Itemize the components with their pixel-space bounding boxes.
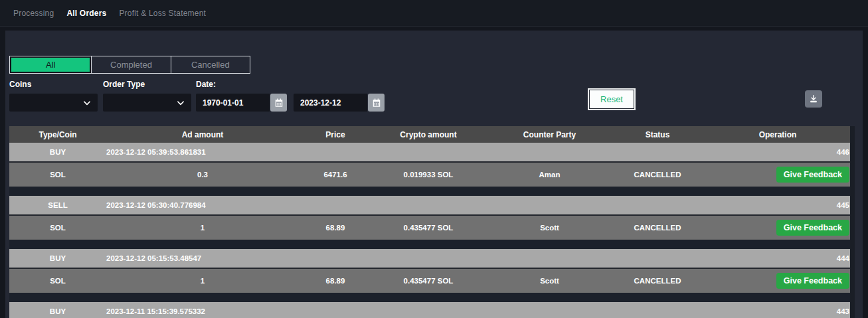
- order-group-header[interactable]: SELL 2023-12-12 05:30:40.776984 445: [9, 196, 850, 214]
- crypto-amount-cell: 0.435477 SOL: [372, 277, 485, 285]
- order-type-select[interactable]: [103, 94, 191, 112]
- download-button[interactable]: [805, 90, 822, 108]
- ad-amount-cell: 0.3: [106, 171, 299, 179]
- counter-party-cell: Scott: [485, 224, 614, 232]
- filters-bar: Coins Order Type Date:: [9, 80, 863, 118]
- order-group: BUY 2023-12-12 05:39:53.861831 446 SOL 0…: [9, 143, 850, 187]
- reset-button[interactable]: Reset: [589, 90, 634, 109]
- order-group: SELL 2023-12-12 05:30:40.776984 445 SOL …: [9, 196, 850, 240]
- download-icon: [809, 94, 818, 104]
- date-to-calendar-button[interactable]: [368, 94, 385, 112]
- status-cell: CANCELLED: [614, 171, 701, 179]
- nav-item-processing[interactable]: Processing: [13, 9, 54, 18]
- chevron-down-icon: [176, 98, 185, 108]
- order-timestamp: 2023-12-12 05:15:53.48547: [106, 254, 485, 262]
- order-type: BUY: [9, 148, 106, 156]
- operation-cell: Give Feedback: [701, 167, 855, 183]
- ad-amount-cell: 1: [106, 224, 299, 232]
- give-feedback-button[interactable]: Give Feedback: [776, 167, 849, 183]
- coin-cell: SOL: [9, 171, 106, 179]
- date-from-input[interactable]: [196, 94, 270, 112]
- order-timestamp: 2023-12-11 15:15:39.575332: [106, 307, 485, 315]
- price-cell: 68.89: [299, 224, 372, 232]
- status-cell: CANCELLED: [614, 224, 701, 232]
- give-feedback-button[interactable]: Give Feedback: [776, 220, 849, 236]
- orders-table: Type/Coin Ad amount Price Crypto amount …: [9, 126, 855, 318]
- coins-label: Coins: [9, 80, 98, 89]
- order-row: SOL 1 68.89 0.435477 SOL Scott CANCELLED…: [9, 214, 850, 240]
- crypto-amount-cell: 0.019933 SOL: [372, 171, 485, 179]
- status-filter-tabs: All Completed Cancelled: [9, 56, 250, 74]
- nav-item-all-orders[interactable]: All Orders: [66, 9, 106, 18]
- operation-cell: Give Feedback: [701, 273, 855, 289]
- date-from-calendar-button[interactable]: [270, 94, 287, 112]
- counter-party-cell: Aman: [485, 171, 614, 179]
- chevron-down-icon: [82, 98, 92, 108]
- date-to-input[interactable]: [294, 94, 367, 112]
- order-group-header[interactable]: BUY 2023-12-12 05:39:53.861831 446: [9, 143, 850, 161]
- status-cell: CANCELLED: [614, 277, 701, 285]
- order-type-label: Order Type: [103, 80, 191, 89]
- col-header-status: Status: [614, 130, 701, 139]
- order-group: BUY 2023-12-11 15:15:39.575332 443: [9, 302, 850, 318]
- operation-cell: Give Feedback: [701, 220, 855, 236]
- order-number: 446: [701, 148, 855, 156]
- col-header-crypto-amount: Crypto amount: [372, 130, 485, 139]
- top-nav: Processing All Orders Profit & Loss Stat…: [0, 0, 868, 27]
- col-header-counter-party: Counter Party: [485, 130, 614, 139]
- table-header-row: Type/Coin Ad amount Price Crypto amount …: [9, 126, 850, 143]
- tab-all[interactable]: All: [10, 56, 91, 73]
- price-cell: 6471.6: [299, 171, 372, 179]
- order-group-header[interactable]: BUY 2023-12-11 15:15:39.575332 443: [9, 302, 850, 318]
- price-cell: 68.89: [299, 277, 372, 285]
- order-group-header[interactable]: BUY 2023-12-12 05:15:53.48547 444: [9, 249, 850, 268]
- order-type: SELL: [9, 201, 106, 209]
- crypto-amount-cell: 0.435477 SOL: [372, 224, 485, 232]
- order-row: SOL 0.3 6471.6 0.019933 SOL Aman CANCELL…: [9, 161, 850, 187]
- tab-completed[interactable]: Completed: [91, 56, 170, 73]
- calendar-icon: [274, 98, 284, 108]
- order-number: 444: [701, 254, 855, 262]
- col-header-price: Price: [299, 130, 372, 139]
- col-header-type-coin: Type/Coin: [9, 130, 106, 139]
- order-group: BUY 2023-12-12 05:15:53.48547 444 SOL 1 …: [9, 249, 850, 293]
- give-feedback-button[interactable]: Give Feedback: [776, 273, 849, 289]
- coins-select[interactable]: [9, 94, 98, 112]
- order-number: 445: [701, 201, 855, 209]
- order-number: 443: [701, 307, 855, 315]
- counter-party-cell: Scott: [485, 277, 614, 285]
- tab-cancelled[interactable]: Cancelled: [171, 56, 250, 73]
- order-type: BUY: [9, 307, 106, 315]
- nav-item-profit-loss[interactable]: Profit & Loss Statement: [119, 9, 206, 18]
- order-timestamp: 2023-12-12 05:39:53.861831: [106, 148, 485, 156]
- coin-cell: SOL: [9, 277, 106, 285]
- ad-amount-cell: 1: [106, 277, 299, 285]
- order-timestamp: 2023-12-12 05:30:40.776984: [106, 201, 485, 209]
- calendar-icon: [372, 98, 381, 108]
- date-label: Date:: [196, 80, 391, 89]
- orders-panel: All Completed Cancelled Coins Order Type: [5, 31, 863, 318]
- order-type: BUY: [9, 254, 106, 262]
- coin-cell: SOL: [9, 224, 106, 232]
- order-row: SOL 1 68.89 0.435477 SOL Scott CANCELLED…: [9, 268, 850, 293]
- col-header-ad-amount: Ad amount: [106, 130, 299, 139]
- col-header-operation: Operation: [701, 130, 855, 139]
